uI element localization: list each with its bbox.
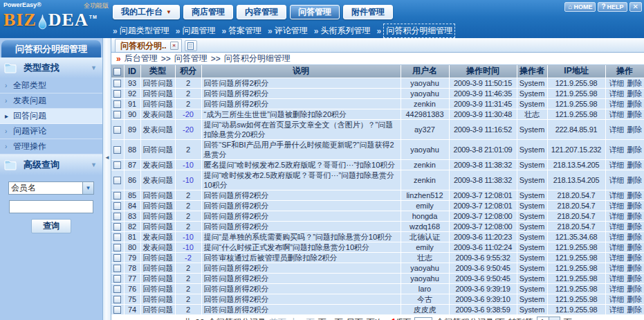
goto-page-select[interactable]: 1▼ xyxy=(537,317,560,320)
detail-link[interactable]: 详细 xyxy=(609,89,625,98)
delete-link[interactable]: 删除 xyxy=(627,233,643,241)
last-page-link[interactable]: 尾页 xyxy=(347,317,363,320)
delete-link[interactable]: 删除 xyxy=(627,222,643,231)
subnav-item-0[interactable]: 问题类型管理 xyxy=(120,25,169,37)
tab-close-icon[interactable]: × xyxy=(170,42,178,50)
detail-link[interactable]: 详细 xyxy=(609,100,625,108)
detail-link[interactable]: 详细 xyxy=(609,295,625,303)
collapse-section-icon[interactable]: ▼ xyxy=(91,64,97,71)
delete-link[interactable]: 删除 xyxy=(627,264,643,272)
detail-link[interactable]: 详细 xyxy=(609,212,625,220)
delete-link[interactable]: 删除 xyxy=(627,191,643,199)
delete-link[interactable]: 删除 xyxy=(627,202,643,210)
delete-link[interactable]: 删除 xyxy=(627,161,643,169)
home-button[interactable]: ⌂ HOME xyxy=(564,2,596,12)
select-all-checkbox[interactable] xyxy=(113,68,121,75)
sidebar-item-0[interactable]: ›全部类型 xyxy=(0,78,102,94)
detail-link[interactable]: 详细 xyxy=(609,161,625,169)
delete-link[interactable]: 删除 xyxy=(627,89,643,98)
detail-link[interactable]: 详细 xyxy=(609,176,625,184)
breadcrumb-item-2[interactable]: 问答积分明细管理 xyxy=(224,53,291,64)
delete-link[interactable]: 删除 xyxy=(627,212,643,220)
nav-tab-2[interactable]: 内容管理 xyxy=(237,5,286,19)
detail-link[interactable]: 详细 xyxy=(609,191,625,199)
member-name-input[interactable] xyxy=(9,200,93,213)
row-checkbox[interactable] xyxy=(113,111,121,118)
subnav-item-4[interactable]: 头衔系列管理 xyxy=(320,25,370,37)
delete-link[interactable]: 删除 xyxy=(627,254,643,262)
detail-link[interactable]: 详细 xyxy=(609,145,625,154)
detail-link[interactable]: 详细 xyxy=(609,274,625,283)
detail-link[interactable]: 详细 xyxy=(609,243,625,251)
close-button[interactable]: ✕ xyxy=(629,2,642,12)
nav-tab-3[interactable]: 问答管理 xyxy=(290,5,340,19)
detail-link[interactable]: 详细 xyxy=(609,233,625,241)
row-checkbox[interactable] xyxy=(113,126,121,134)
query-button[interactable]: 查询 xyxy=(31,219,71,233)
detail-link[interactable]: 详细 xyxy=(609,264,625,272)
detail-link[interactable]: 详细 xyxy=(609,254,625,262)
row-checkbox[interactable] xyxy=(113,146,121,154)
member-name-select[interactable]: 会员名 ▼ xyxy=(8,181,94,195)
detail-link[interactable]: 详细 xyxy=(609,222,625,231)
collapse-sidebar-icon[interactable]: ◄ xyxy=(104,154,110,161)
row-checkbox[interactable] xyxy=(113,285,121,293)
row-checkbox[interactable] xyxy=(113,100,121,108)
delete-link[interactable]: 删除 xyxy=(627,243,643,251)
detail-link[interactable]: 详细 xyxy=(609,202,625,210)
sidebar-item-3[interactable]: ›问题评论 xyxy=(0,124,102,139)
detail-link[interactable]: 详细 xyxy=(609,125,625,134)
tab-qa-points[interactable]: 问答积分明.. × xyxy=(115,39,182,52)
delete-link[interactable]: 删除 xyxy=(627,285,643,293)
sidebar-item-1[interactable]: ›发表问题 xyxy=(0,94,102,109)
row-checkbox[interactable] xyxy=(113,202,121,210)
row-checkbox[interactable] xyxy=(113,213,121,220)
delete-link[interactable]: 删除 xyxy=(627,79,643,87)
row-checkbox[interactable] xyxy=(113,233,121,241)
detail-link[interactable]: 详细 xyxy=(609,79,625,87)
subnav-item-3[interactable]: 评论管理 xyxy=(275,25,308,37)
row-checkbox[interactable] xyxy=(113,254,121,262)
row-checkbox[interactable] xyxy=(113,275,121,283)
detail-link[interactable]: 详细 xyxy=(609,305,625,314)
row-checkbox[interactable] xyxy=(113,223,121,231)
nav-tab-0[interactable]: 我的工作台▼ xyxy=(113,5,180,19)
row-checkbox[interactable] xyxy=(113,306,121,314)
sidebar-item-2[interactable]: ▸回答问题 xyxy=(0,109,102,124)
row-checkbox[interactable] xyxy=(113,296,121,303)
subnav-item-2[interactable]: 答案管理 xyxy=(228,25,261,37)
new-tab-button[interactable] xyxy=(185,40,197,51)
cell-type: 回答问题 xyxy=(140,304,175,314)
row-checkbox[interactable] xyxy=(113,244,121,251)
delete-link[interactable]: 删除 xyxy=(627,110,643,118)
subnav-item-1[interactable]: 问题管理 xyxy=(182,25,215,37)
row-checkbox[interactable] xyxy=(113,177,121,184)
breadcrumb-item-1[interactable]: 问答管理 xyxy=(174,53,208,64)
delete-link[interactable]: 删除 xyxy=(627,145,643,154)
help-button[interactable]: ? HELP xyxy=(598,2,627,12)
delete-link[interactable]: 删除 xyxy=(627,305,643,314)
breadcrumb-item-0[interactable]: 后台管理 xyxy=(125,53,158,64)
row-checkbox[interactable] xyxy=(113,90,121,98)
next-page-link[interactable]: 下一页 xyxy=(318,317,343,320)
detail-link[interactable]: 详细 xyxy=(609,110,625,118)
sidebar-section-type-search[interactable]: 类型查找 ▼ xyxy=(0,57,102,78)
delete-link[interactable]: 删除 xyxy=(627,100,643,108)
detail-link[interactable]: 详细 xyxy=(609,285,625,293)
nav-tab-4[interactable]: 附件管理 xyxy=(343,5,393,19)
delete-link[interactable]: 删除 xyxy=(627,176,643,184)
sidebar-item-4[interactable]: ›管理操作 xyxy=(0,139,102,154)
row-checkbox[interactable] xyxy=(113,161,121,169)
subnav-item-5[interactable]: 问答积分明细管理 xyxy=(383,24,455,38)
sidebar-splitter[interactable]: ◄ xyxy=(102,38,111,320)
row-checkbox[interactable] xyxy=(113,192,121,199)
per-page-input[interactable] xyxy=(414,317,432,320)
row-checkbox[interactable] xyxy=(113,265,121,272)
delete-link[interactable]: 删除 xyxy=(627,125,643,134)
delete-link[interactable]: 删除 xyxy=(627,274,643,283)
nav-tab-1[interactable]: 商店管理 xyxy=(183,5,233,19)
sidebar-section-advanced-query[interactable]: 高级查询 ▼ xyxy=(0,154,102,175)
collapse-section-icon[interactable]: ▼ xyxy=(91,161,97,168)
delete-link[interactable]: 删除 xyxy=(627,295,643,303)
row-checkbox[interactable] xyxy=(113,80,121,87)
